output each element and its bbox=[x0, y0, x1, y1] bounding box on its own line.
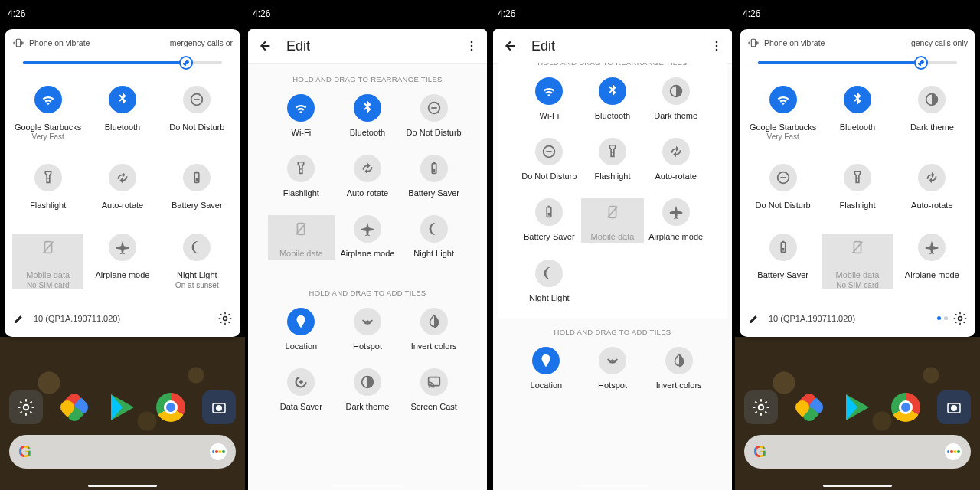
tile-flashlight[interactable]: Flashlight bbox=[822, 164, 893, 211]
tile-label: Do Not Disturb bbox=[169, 122, 224, 132]
hint-add: HOLD AND DRAG TO ADD TILES bbox=[493, 328, 732, 336]
tile-nightlight[interactable]: Night LightOn at sunset bbox=[162, 234, 233, 289]
status-time: 4:26 bbox=[498, 8, 515, 19]
status-bar: 4:26 bbox=[0, 0, 245, 28]
tile-bluetooth[interactable]: Bluetooth bbox=[87, 86, 158, 141]
tile-mobiledata[interactable]: Mobile data bbox=[581, 198, 645, 242]
tile-label: Dark theme bbox=[654, 111, 697, 121]
tile-mobiledata[interactable]: Mobile dataNo SIM card bbox=[822, 234, 893, 289]
more-icon[interactable] bbox=[464, 38, 479, 54]
tile-label: Bluetooth bbox=[350, 128, 385, 138]
tile-flashlight[interactable]: Flashlight bbox=[581, 138, 645, 181]
tile-battery[interactable]: Battery Saver bbox=[400, 155, 467, 198]
tile-label: Do Not Disturb bbox=[521, 172, 577, 181]
hint-rearrange: HOLD AND DRAG TO REARRANGE TILES bbox=[498, 63, 727, 67]
battery-icon bbox=[183, 164, 211, 191]
tile-dnd[interactable]: Do Not Disturb bbox=[162, 86, 233, 141]
tile-bluetooth[interactable]: Bluetooth bbox=[822, 86, 893, 141]
dnd-icon bbox=[535, 138, 563, 165]
app-icon-camera[interactable] bbox=[937, 390, 971, 424]
build-label[interactable]: 10 (QP1A.190711.020) bbox=[769, 314, 933, 323]
nav-handle[interactable] bbox=[823, 485, 892, 487]
search-bar[interactable]: G bbox=[744, 435, 971, 469]
build-label[interactable]: 10 (QP1A.190711.020) bbox=[34, 314, 217, 323]
tile-airplane[interactable]: Airplane mode bbox=[87, 234, 158, 289]
app-icon-chrome[interactable] bbox=[889, 390, 923, 424]
app-icon-camera[interactable] bbox=[202, 390, 236, 424]
assistant-icon[interactable] bbox=[945, 443, 962, 460]
darktheme-icon bbox=[354, 368, 381, 396]
search-bar[interactable]: G bbox=[9, 435, 236, 469]
app-icon-settings[interactable] bbox=[9, 390, 43, 424]
tile-dnd[interactable]: Do Not Disturb bbox=[400, 94, 467, 138]
vibrate-icon bbox=[12, 37, 24, 49]
gear-icon[interactable] bbox=[952, 311, 968, 326]
more-icon[interactable] bbox=[709, 38, 724, 54]
nav-handle[interactable] bbox=[88, 485, 157, 487]
gear-icon[interactable] bbox=[217, 311, 233, 326]
brightness-slider[interactable] bbox=[14, 54, 231, 72]
tile-darktheme[interactable]: Dark theme bbox=[897, 86, 968, 141]
bluetooth-icon bbox=[844, 86, 871, 113]
tile-darktheme[interactable]: Dark theme bbox=[644, 77, 707, 121]
tile-flashlight[interactable]: Flashlight bbox=[12, 164, 83, 211]
brightness-slider[interactable] bbox=[749, 54, 966, 72]
edit-icon[interactable] bbox=[12, 312, 26, 325]
app-icon-play[interactable] bbox=[841, 390, 874, 424]
assistant-icon[interactable] bbox=[210, 443, 227, 460]
status-time: 4:26 bbox=[743, 8, 760, 19]
tile-wifi[interactable]: Wi-Fi bbox=[518, 77, 581, 121]
tile-airplane[interactable]: Airplane mode bbox=[644, 198, 707, 242]
battery-icon bbox=[535, 198, 563, 226]
tile-invert[interactable]: Invert colors bbox=[645, 347, 712, 390]
tile-hotspot[interactable]: Hotspot bbox=[580, 347, 646, 390]
app-icon-photos[interactable] bbox=[792, 390, 826, 424]
tile-autorotate[interactable]: Auto-rotate bbox=[644, 138, 707, 181]
tile-location[interactable]: Location bbox=[513, 347, 580, 390]
ringer-status[interactable]: Phone on vibrate bbox=[12, 37, 90, 49]
tile-bluetooth[interactable]: Bluetooth bbox=[335, 94, 401, 138]
back-icon[interactable] bbox=[256, 38, 273, 54]
tile-nightlight[interactable]: Night Light bbox=[400, 215, 467, 259]
tile-hotspot[interactable]: Hotspot bbox=[335, 308, 401, 351]
tile-dnd[interactable]: Do Not Disturb bbox=[747, 164, 818, 211]
tile-autorotate[interactable]: Auto-rotate bbox=[335, 155, 401, 198]
ringer-status[interactable]: Phone on vibrate bbox=[747, 37, 825, 49]
tile-wifi[interactable]: Google StarbucksVery Fast bbox=[747, 86, 818, 141]
back-icon[interactable] bbox=[501, 38, 518, 54]
tile-wifi[interactable]: Wi-Fi bbox=[268, 94, 335, 138]
flashlight-icon bbox=[599, 138, 626, 165]
tile-wifi[interactable]: Google StarbucksVery Fast bbox=[12, 86, 83, 141]
tile-invert[interactable]: Invert colors bbox=[400, 308, 467, 351]
tile-airplane[interactable]: Airplane mode bbox=[335, 215, 401, 259]
edit-icon[interactable] bbox=[747, 312, 761, 325]
app-icon-settings[interactable] bbox=[744, 390, 778, 424]
emergency-label: mergency calls or bbox=[170, 38, 233, 47]
tile-location[interactable]: Location bbox=[268, 308, 335, 351]
tile-flashlight[interactable]: Flashlight bbox=[268, 155, 335, 198]
tile-autorotate[interactable]: Auto-rotate bbox=[897, 164, 968, 211]
tile-airplane[interactable]: Airplane mode bbox=[897, 234, 968, 289]
tile-datasaver[interactable]: Data Saver bbox=[268, 368, 335, 412]
tile-cast[interactable]: Screen Cast bbox=[400, 368, 467, 412]
tile-battery[interactable]: Battery Saver bbox=[162, 164, 233, 211]
tile-autorotate[interactable]: Auto-rotate bbox=[87, 164, 158, 211]
tile-darktheme[interactable]: Dark theme bbox=[335, 368, 401, 412]
tile-dnd[interactable]: Do Not Disturb bbox=[518, 138, 581, 181]
tile-mobiledata[interactable]: Mobile data bbox=[268, 215, 335, 259]
edit-pane: Edit HOLD AND DRAG TO REARRANGE TILES Wi… bbox=[248, 29, 487, 490]
nav-handle[interactable] bbox=[578, 485, 647, 487]
nav-handle[interactable] bbox=[333, 485, 402, 487]
tile-battery[interactable]: Battery Saver bbox=[518, 198, 581, 242]
app-icon-play[interactable] bbox=[106, 390, 139, 424]
tile-nightlight[interactable]: Night Light bbox=[518, 260, 581, 303]
flashlight-icon bbox=[34, 164, 62, 191]
tile-label: Invert colors bbox=[656, 381, 702, 390]
google-logo-icon: G bbox=[18, 442, 31, 462]
tile-bluetooth[interactable]: Bluetooth bbox=[581, 77, 645, 121]
tile-label: Battery Saver bbox=[408, 188, 459, 198]
tile-battery[interactable]: Battery Saver bbox=[747, 234, 818, 289]
app-icon-chrome[interactable] bbox=[154, 390, 188, 424]
app-icon-photos[interactable] bbox=[57, 390, 91, 424]
tile-mobiledata[interactable]: Mobile dataNo SIM card bbox=[12, 234, 83, 289]
